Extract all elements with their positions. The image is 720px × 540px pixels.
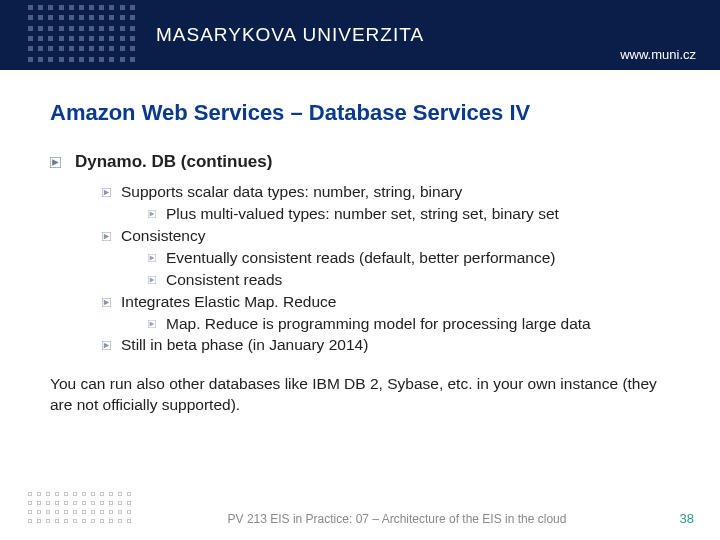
slide-title: Amazon Web Services – Database Services … [50,100,670,126]
bullet-icon [102,298,111,307]
footer: PV 213 EIS in Practice: 07 – Architectur… [0,492,720,526]
footer-dots-decor [28,492,134,526]
section-heading: Dynamo. DB (continues) [50,152,670,172]
list-subitem: Map. Reduce is programming model for pro… [148,314,670,335]
bullet-icon [148,210,156,218]
list-subitem: Eventually consistent reads (default, be… [148,248,670,269]
list-item: Still in beta phase (in January 2014) [102,335,670,356]
list-subitem: Consistent reads [148,270,670,291]
bullet-icon [102,341,111,350]
slide-content: Amazon Web Services – Database Services … [0,70,720,416]
list-item: Consistency [102,226,670,247]
bullet-icon [102,188,111,197]
list-subitem-label: Eventually consistent reads (default, be… [166,248,555,269]
footer-text: PV 213 EIS in Practice: 07 – Architectur… [134,512,660,526]
list-item-label: Still in beta phase (in January 2014) [121,335,368,356]
list-subitem-label: Plus multi-valued types: number set, str… [166,204,559,225]
section-label: Dynamo. DB (continues) [75,152,272,172]
bullet-icon [148,320,156,328]
bullet-icon [148,276,156,284]
list-item: Supports scalar data types: number, stri… [102,182,670,203]
list-item-label: Supports scalar data types: number, stri… [121,182,462,203]
header-dots-decor [28,5,138,65]
bullet-icon [50,157,61,168]
university-name: MASARYKOVA UNIVERZITA [156,24,424,46]
bullet-icon [102,232,111,241]
list-item: Integrates Elastic Map. Reduce [102,292,670,313]
bullet-icon [148,254,156,262]
header-url: www.muni.cz [620,47,696,62]
list-item-label: Consistency [121,226,205,247]
list-subitem: Plus multi-valued types: number set, str… [148,204,670,225]
list-subitem-label: Consistent reads [166,270,282,291]
closing-paragraph: You can run also other databases like IB… [50,374,670,416]
list-subitem-label: Map. Reduce is programming model for pro… [166,314,591,335]
list-item-label: Integrates Elastic Map. Reduce [121,292,336,313]
header-bar: MASARYKOVA UNIVERZITA www.muni.cz [0,0,720,70]
page-number: 38 [660,511,720,526]
